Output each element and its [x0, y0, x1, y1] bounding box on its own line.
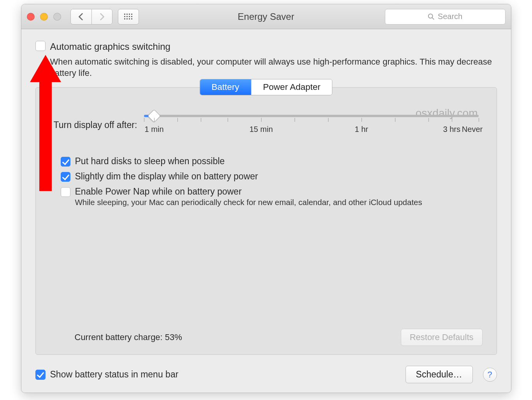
forward-button[interactable] [91, 9, 112, 25]
search-field[interactable]: Search [385, 9, 506, 25]
auto-graphics-checkbox[interactable] [35, 41, 46, 51]
minimize-window-button[interactable] [40, 13, 48, 21]
settings-panel: Battery Power Adapter osxdaily.com Turn … [35, 87, 497, 355]
dim-display-label: Slightly dim the display while on batter… [75, 171, 258, 182]
tab-battery[interactable]: Battery [200, 79, 251, 95]
display-sleep-label: Turn display off after: [54, 120, 137, 130]
grid-icon [124, 14, 132, 19]
display-sleep-row: Turn display off after: [36, 99, 497, 135]
slider-tick-labels: 1 min 15 min 1 hr 3 hrs Never [144, 125, 478, 135]
display-sleep-slider[interactable]: 1 min 15 min 1 hr 3 hrs Never [144, 115, 478, 135]
panel-footer: Current battery charge: 53% Restore Defa… [36, 329, 497, 346]
restore-defaults-button[interactable]: Restore Defaults [401, 329, 483, 346]
content-area: Automatic graphics switching When automa… [21, 29, 511, 393]
battery-charge-text: Current battery charge: 53% [75, 332, 182, 342]
back-button[interactable] [70, 9, 91, 25]
hard-disks-label: Put hard disks to sleep when possible [75, 156, 225, 167]
auto-graphics-row: Automatic graphics switching When automa… [35, 41, 497, 79]
svg-line-1 [432, 18, 434, 19]
window-title: Energy Saver [238, 11, 294, 22]
dim-display-row: Slightly dim the display while on batter… [61, 171, 479, 182]
slider-track [144, 115, 478, 117]
energy-saver-window: Energy Saver Search Automatic graphics s… [21, 4, 511, 393]
auto-graphics-description: When automatic switching is disabled, yo… [50, 56, 497, 79]
hard-disks-checkbox[interactable] [61, 157, 70, 167]
close-window-button[interactable] [27, 13, 35, 21]
slider-ticks [144, 118, 478, 123]
tick-1hr: 1 hr [355, 125, 368, 134]
help-button[interactable]: ? [483, 368, 497, 382]
hard-disks-row: Put hard disks to sleep when possible [61, 156, 479, 167]
traffic-lights [27, 13, 61, 21]
search-placeholder: Search [438, 12, 462, 21]
schedule-button[interactable]: Schedule… [406, 366, 473, 383]
show-all-button[interactable] [118, 9, 139, 25]
zoom-window-button[interactable] [53, 13, 61, 21]
power-source-tabs: Battery Power Adapter [200, 79, 333, 95]
power-nap-label: Enable Power Nap while on battery power [75, 186, 242, 197]
auto-graphics-label: Automatic graphics switching [50, 41, 497, 53]
nav-buttons [70, 9, 112, 25]
bottom-row: Show battery status in menu bar Schedule… [35, 355, 497, 383]
svg-point-0 [428, 14, 433, 18]
tick-3hrs: 3 hrs [443, 125, 460, 134]
power-nap-checkbox[interactable] [61, 187, 70, 197]
dim-display-checkbox[interactable] [61, 172, 70, 182]
power-nap-row: Enable Power Nap while on battery power [61, 186, 479, 197]
titlebar: Energy Saver Search [21, 4, 511, 29]
power-nap-subtext: While sleeping, your Mac can periodicall… [75, 198, 479, 207]
show-status-checkbox[interactable] [35, 370, 46, 380]
tick-1min: 1 min [145, 125, 164, 134]
checkbox-options: Put hard disks to sleep when possible Sl… [36, 135, 497, 207]
tick-never: Never [462, 125, 483, 134]
tab-power-adapter[interactable]: Power Adapter [251, 79, 332, 95]
tick-15min: 15 min [249, 125, 273, 134]
show-status-label: Show battery status in menu bar [50, 369, 179, 380]
search-icon [428, 13, 435, 20]
